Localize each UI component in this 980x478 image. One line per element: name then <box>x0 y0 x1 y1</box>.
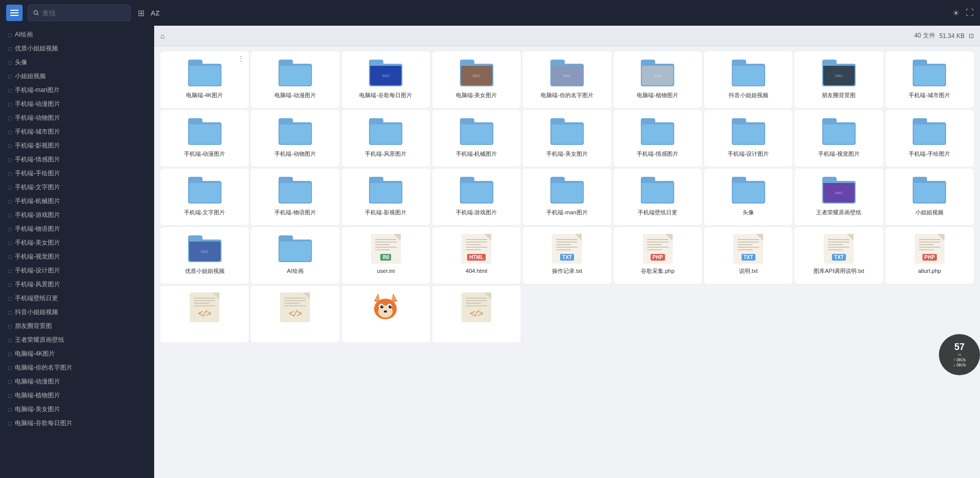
file-item[interactable]: IMG 王者荣耀原画壁纸 <box>794 169 883 225</box>
sidebar-item-label: 抖音小姐姐视频 <box>15 308 58 317</box>
file-item[interactable]: TXT 说明.txt <box>704 227 792 284</box>
file-item[interactable]: </> <box>432 286 521 342</box>
file-name: 手机端-设计图片 <box>728 150 769 157</box>
sidebar-item[interactable]: □ 手机端-动漫图片 <box>0 97 154 111</box>
file-item[interactable]: HTML 404.html <box>432 227 521 284</box>
sidebar-item[interactable]: □ 电脑端-美女图片 <box>0 402 154 416</box>
sidebar-item[interactable]: □ 手机端-风景图片 <box>0 278 154 291</box>
sidebar-item[interactable]: □ 王者荣耀原画壁纸 <box>0 333 154 347</box>
sidebar-item[interactable]: □ 小姐姐视频 <box>0 69 154 83</box>
file-item[interactable]: 头像 <box>704 169 792 225</box>
expand-icon[interactable]: ⛶ <box>966 8 974 17</box>
file-item[interactable]: PHP allurl.php <box>885 227 974 284</box>
sidebar-item[interactable]: □ 手机端-物语图片 <box>0 222 154 236</box>
file-item[interactable]: 手机端壁纸日更 <box>614 169 702 225</box>
sort-label[interactable]: AZ <box>151 9 159 17</box>
file-item[interactable]: IMG 电脑端-植物图片 <box>614 51 702 108</box>
sidebar-item[interactable]: □ 手机端-视觉图片 <box>0 250 154 264</box>
sidebar-item[interactable]: □ AI绘画 <box>0 28 154 42</box>
menu-button[interactable] <box>6 5 23 21</box>
sidebar-item[interactable]: □ 优质小姐姐视频 <box>0 42 154 56</box>
sidebar-item[interactable]: □ 手机端-设计图片 <box>0 264 154 278</box>
file-item[interactable]: 手机端-动漫图片 <box>160 110 249 167</box>
file-item[interactable]: 抖音小姐姐视频 <box>704 51 792 108</box>
sidebar-item[interactable]: □ 手机端-美女图片 <box>0 236 154 250</box>
file-item[interactable]: 小姐姐视频 <box>885 169 974 225</box>
file-item[interactable]: </> <box>251 286 339 342</box>
sun-icon[interactable]: ☀ <box>952 8 959 18</box>
folder-icon-small: □ <box>8 323 12 329</box>
file-item[interactable]: IMG 电脑端-你的名字图片 <box>523 51 611 108</box>
file-item[interactable]: IMG 优质小姐姐视频 <box>160 227 249 284</box>
file-item[interactable]: 手机端-动物图片 <box>251 110 339 167</box>
sidebar-item-label: 头像 <box>15 58 27 67</box>
file-item[interactable]: TXT 操作记录.txt <box>523 227 611 284</box>
sidebar-item[interactable]: □ 电脑端-动漫图片 <box>0 375 154 389</box>
folder-icon-small: □ <box>8 60 12 66</box>
home-icon[interactable]: ⌂ <box>160 32 164 40</box>
file-item[interactable]: IMG 朋友圈背景图 <box>794 51 883 108</box>
file-item[interactable]: IMG 电脑端-谷歌每日图片 <box>342 51 430 108</box>
search-box[interactable] <box>28 5 131 21</box>
file-item[interactable]: 手机端-游戏图片 <box>432 169 521 225</box>
file-item[interactable]: 手机端-情感图片 <box>614 110 702 167</box>
file-item[interactable]: 手机端-美女图片 <box>523 110 611 167</box>
sidebar-item[interactable]: □ 手机端壁纸日更 <box>0 291 154 305</box>
sidebar-item[interactable]: □ 手机端-文字图片 <box>0 180 154 194</box>
file-item[interactable]: IMG 电脑端-美女图片 <box>432 51 521 108</box>
file-icon: PHP <box>912 233 948 264</box>
sidebar-item[interactable]: □ 手机端-man图片 <box>0 83 154 97</box>
file-item[interactable]: 电脑端-动漫图片 <box>251 51 339 108</box>
file-name: 电脑端-植物图片 <box>637 91 678 99</box>
file-item[interactable]: 手机端-设计图片 <box>704 110 792 167</box>
sidebar-item[interactable]: □ 手机端-游戏图片 <box>0 208 154 222</box>
file-item[interactable]: 手机端-影视图片 <box>342 169 430 225</box>
folder-icon-small: □ <box>8 296 12 302</box>
sidebar-item[interactable]: □ 手机端-城市图片 <box>0 125 154 139</box>
file-icon <box>277 116 313 147</box>
sidebar-item-label: 手机端-动物图片 <box>15 114 60 122</box>
sidebar-item[interactable]: □ 手机端-动物图片 <box>0 111 154 125</box>
search-input[interactable] <box>42 9 125 17</box>
context-menu-icon[interactable]: ⋮ <box>237 54 245 63</box>
sidebar-item[interactable]: □ 手机端-情感图片 <box>0 153 154 167</box>
svg-line-4 <box>37 14 39 15</box>
sidebar-item[interactable]: □ 朋友圈背景图 <box>0 319 154 333</box>
grid-view-icon[interactable]: ⊞ <box>138 8 144 18</box>
sidebar-item[interactable]: □ 抖音小姐姐视频 <box>0 305 154 319</box>
sidebar-item[interactable]: □ 手机端-影视图片 <box>0 139 154 153</box>
file-item[interactable]: 手机端-手绘图片 <box>885 110 974 167</box>
folder-icon-small: □ <box>8 393 12 399</box>
file-name: 手机端-城市图片 <box>909 91 950 99</box>
sidebar-item-label: 电脑端-4K图片 <box>15 350 56 358</box>
file-item[interactable]: INI user.ini <box>342 227 430 284</box>
folder-icon-small: □ <box>8 226 12 232</box>
sidebar-item[interactable]: □ 电脑端-谷歌每日图片 <box>0 416 154 430</box>
folder-icon-small: □ <box>8 268 12 274</box>
svg-point-15 <box>382 306 383 307</box>
file-item[interactable]: 手机端-风景图片 <box>342 110 430 167</box>
sidebar-item[interactable]: □ 电脑端-4K图片 <box>0 347 154 361</box>
sidebar-item[interactable]: □ 手机端-手绘图片 <box>0 167 154 180</box>
file-item[interactable]: 手机端-城市图片 <box>885 51 974 108</box>
file-item[interactable]: AI绘画 <box>251 227 339 284</box>
sidebar-item-label: 手机端-风景图片 <box>15 280 60 289</box>
file-item[interactable] <box>342 286 430 342</box>
file-icon <box>368 292 404 323</box>
sidebar-item[interactable]: □ 手机端-机械图片 <box>0 194 154 208</box>
file-item[interactable]: 手机端-机械图片 <box>432 110 521 167</box>
file-item[interactable]: 手机端-文字图片 <box>160 169 249 225</box>
file-item[interactable]: 手机端-视觉图片 <box>794 110 883 167</box>
file-name: 王者荣耀原画壁纸 <box>816 209 861 216</box>
file-item[interactable]: </> <box>160 286 249 342</box>
file-item[interactable]: PHP 谷歌采集.php <box>614 227 702 284</box>
file-item[interactable]: ⋮ 电脑端-4K图片 <box>160 51 249 108</box>
sidebar-item[interactable]: □ 头像 <box>0 56 154 69</box>
file-name: 手机端-手绘图片 <box>909 150 950 157</box>
share-icon[interactable]: ⊡ <box>969 32 974 40</box>
file-item[interactable]: 手机端-物语图片 <box>251 169 339 225</box>
sidebar-item[interactable]: □ 电脑端-你的名字图片 <box>0 361 154 375</box>
sidebar-item[interactable]: □ 电脑端-植物图片 <box>0 389 154 402</box>
file-item[interactable]: TXT 图库API调用说明.txt <box>794 227 883 284</box>
file-item[interactable]: 手机端-man图片 <box>523 169 611 225</box>
